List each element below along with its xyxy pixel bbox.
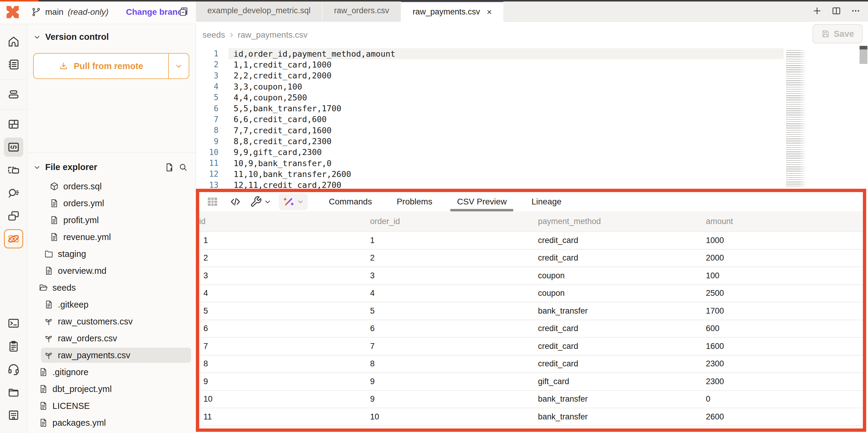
file-name: .gitignore [53,367,88,377]
chevron-down-icon[interactable] [33,164,41,171]
table-row[interactable]: 4 4 coupon 2500 [199,285,863,303]
panel-tab[interactable]: Problems [397,192,432,211]
doc-icon [44,300,54,309]
table-row[interactable]: 10 9 bank_transfer 0 [199,391,863,409]
cell-order-id: 1 [370,236,538,245]
terminal-icon[interactable] [4,314,23,333]
cell-payment-method: credit_card [538,342,706,351]
split-editor-icon[interactable] [831,6,841,16]
chevron-down-icon[interactable] [33,33,41,41]
close-icon[interactable]: × [487,7,492,17]
frame-icon[interactable] [4,161,23,180]
panel-tab[interactable]: Commands [329,192,372,211]
file-item[interactable]: profit.yml [27,212,196,229]
panel-tab[interactable]: Lineage [531,192,561,211]
layout-icon[interactable] [4,115,23,134]
doc-icon [50,232,59,242]
cell-id: 4 [199,289,370,298]
file-item[interactable]: orders.yml [27,195,196,212]
table-row[interactable]: 2 2 credit_card 2000 [199,250,863,267]
panel-tab[interactable]: CSV Preview [457,192,507,211]
copy-icon[interactable] [179,7,189,17]
code-editor-icon[interactable] [4,138,23,157]
windows-icon[interactable] [4,206,23,226]
file-item[interactable]: dbt_project.yml [27,380,196,397]
cell-payment-method: coupon [538,271,706,281]
file-item[interactable]: LICENSE [27,397,196,414]
new-file-icon[interactable] [164,163,174,172]
branch-widget[interactable]: main (read-only) [31,0,108,24]
file-item[interactable]: .gitignore [27,364,196,380]
chevron-down-icon[interactable] [264,192,272,211]
file-item[interactable]: revenue.yml [27,229,196,246]
column-header[interactable]: order_id [370,217,538,226]
file-item[interactable]: raw_payments.csv [27,347,196,364]
file-item[interactable]: packages.yml [27,414,196,431]
new-tab-icon[interactable] [812,6,822,16]
cell-amount: 1700 [706,306,863,316]
table-row[interactable]: 1 1 credit_card 1000 [199,232,863,250]
dbt-logo-icon [4,4,21,20]
csv-table-body[interactable]: 1 1 credit_card 1000 2 2 credit_card 200… [199,232,863,429]
organization-icon[interactable] [4,405,23,425]
more-options-icon[interactable] [850,6,861,16]
panel-tab-label: CSV Preview [457,197,507,206]
panel-tab-label: Lineage [531,197,561,206]
headset-icon[interactable] [4,359,23,379]
editor-tab[interactable]: example_develop_metric.sql [196,0,322,21]
pull-from-remote-button[interactable]: Pull from remote [33,53,189,79]
table-row[interactable]: 9 9 gift_card 2300 [199,373,863,391]
magic-assist-button[interactable] [279,193,308,210]
journal-icon[interactable] [4,55,23,74]
editor-tab[interactable]: raw_payments.csv × [401,0,503,22]
breadcrumb-folder[interactable]: seeds [203,30,225,40]
seed-icon [44,317,54,326]
file-tree: orders.sql ord [27,178,196,431]
file-item[interactable]: .gitkeep [27,296,196,313]
cell-payment-method: credit_card [538,324,706,333]
search-insights-icon[interactable] [4,183,23,203]
file-item[interactable]: staging [27,246,196,262]
cell-order-id: 5 [370,306,538,316]
table-row[interactable]: 11 10 bank_transfer 2600 [199,408,863,426]
file-item[interactable]: raw_orders.csv [27,330,196,347]
save-button[interactable]: Save [812,24,863,44]
editor-tab[interactable]: raw_orders.csv [322,0,401,21]
branch-header: main (read-only) Change branch [0,0,196,24]
breadcrumb-file[interactable]: raw_payments.csv [238,30,308,40]
pull-options-caret[interactable] [169,54,189,78]
home-icon[interactable] [4,32,23,51]
side-panel: Version control Pull from remote Fil [27,24,196,433]
column-header[interactable]: id [199,217,370,226]
column-header[interactable]: payment_method [538,217,706,226]
table-row[interactable]: 6 6 credit_card 600 [199,320,863,338]
line-number: 8 [196,126,218,135]
code-editor[interactable]: 1 id,order_id,payment_method,amount 2 1,… [196,48,868,189]
stack-icon[interactable] [4,85,23,104]
cell-payment-method: bank_transfer [538,395,706,404]
line-content: 7,7,credit_card,1600 [234,126,332,135]
minimap[interactable] [786,50,807,186]
table-row[interactable]: 7 7 credit_card 1600 [199,338,863,355]
panel-tabs: Commands Problems CSV Preview Lineage [329,192,586,211]
cell-amount: 2300 [706,377,863,386]
dbt-cloud-ide: main (read-only) Change branch [0,0,868,433]
file-item[interactable]: raw_customers.csv [27,313,196,330]
table-row[interactable]: 3 3 coupon 100 [199,267,863,285]
table-row[interactable]: 8 8 credit_card 2300 [199,355,863,373]
file-item[interactable]: seeds [27,279,196,296]
code-icon[interactable] [226,192,245,211]
dbt-assist-icon[interactable] [4,229,23,249]
file-item[interactable]: orders.sql [27,178,196,195]
scrollbar-thumb[interactable] [860,50,867,64]
table-icon[interactable] [203,192,222,211]
wrench-icon[interactable] [250,192,262,211]
activity-separator [0,80,27,80]
search-icon[interactable] [179,163,188,172]
cell-amount: 1000 [706,236,863,245]
clipboard-icon[interactable] [4,337,23,356]
file-item[interactable]: overview.md [27,262,196,279]
column-header[interactable]: amount [706,217,863,226]
archive-icon[interactable] [4,382,23,402]
table-row[interactable]: 5 5 bank_transfer 1700 [199,302,863,320]
